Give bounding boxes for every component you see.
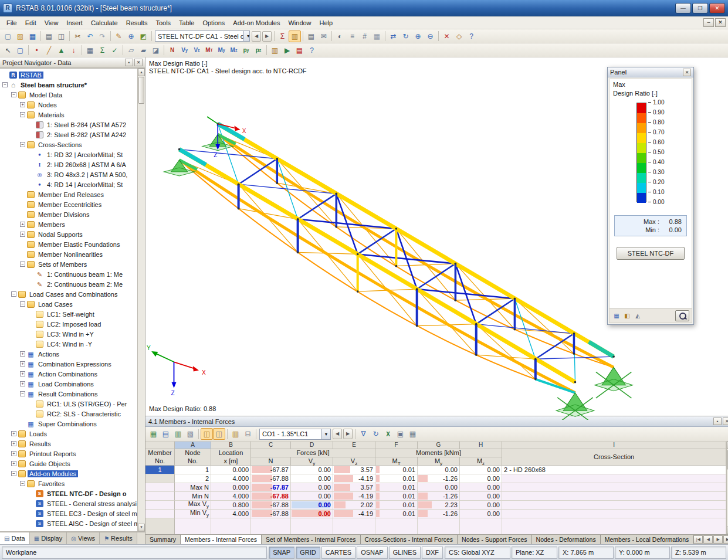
table-cell[interactable]: -4.19 (333, 492, 375, 501)
show-results-icon[interactable]: Σ (276, 30, 289, 42)
tree-item-steel-ntc-df-design-o[interactable]: STEEL NTC-DF - Design o (0, 488, 137, 498)
table-cell[interactable]: 0.01 (375, 474, 418, 483)
status-toggle-cartes[interactable]: CARTES (321, 547, 355, 559)
table-cell[interactable]: 0.01 (375, 510, 418, 518)
tree-expander-icon[interactable]: + (11, 451, 16, 456)
status-toggle-dxf[interactable]: DXF (422, 547, 443, 559)
menu-tools[interactable]: Tools (151, 18, 175, 28)
new-icon[interactable]: ▢ (2, 30, 14, 42)
table-cell[interactable]: 0.00 (291, 483, 333, 492)
tree-item-member-eccentricities[interactable]: Member Eccentricities (0, 199, 137, 209)
tree-item-actions[interactable]: +Actions (0, 349, 137, 359)
table-cell[interactable]: 0.01 (375, 501, 418, 510)
table-cell[interactable]: Max N (175, 483, 211, 492)
color-scale-icon[interactable]: ▥ (269, 45, 281, 56)
units-icon[interactable]: ⊟ (242, 428, 254, 440)
print-graphic-icon[interactable]: ▤ (305, 30, 317, 42)
table-cell[interactable]: 4.000 (211, 510, 251, 518)
table-filter-icon[interactable]: ▥ (172, 428, 184, 440)
menu-table[interactable]: Table (175, 18, 198, 28)
restore-button[interactable]: ❐ (692, 3, 708, 13)
tree-item-steel-beam-structure[interactable]: −Steel beam structure* (0, 80, 137, 90)
sheet-tab-nodes-support-forces[interactable]: Nodes - Support Forces (458, 535, 531, 544)
wireframe-icon[interactable]: ▱ (125, 45, 137, 56)
row-header[interactable] (145, 501, 175, 510)
table-cell[interactable]: -67.87 (251, 483, 291, 492)
tree-item-load-combinations[interactable]: +Load Combinations (0, 379, 137, 389)
tree-item-results[interactable]: +Results (0, 439, 137, 449)
result-n-icon[interactable]: N (166, 45, 178, 56)
table-cell[interactable]: -67.88 (251, 474, 291, 483)
delete-results-icon[interactable]: ✕ (441, 30, 453, 42)
table-settings-icon[interactable]: ▦ (147, 428, 160, 440)
panel-tab-factors-icon[interactable]: ◧ (622, 311, 632, 321)
tree-item-model-data[interactable]: −Model Data (0, 90, 137, 100)
panel-toggle-icon[interactable]: ▥ (289, 30, 301, 42)
tree-item-lc2-imposed-load[interactable]: LC2: Imposed load (0, 319, 137, 329)
tree-expander-icon[interactable]: − (20, 301, 25, 307)
tree-expander-icon[interactable]: + (20, 232, 25, 237)
tree-item-sets-of-members[interactable]: −Sets of Members (0, 259, 137, 269)
tree-expander-icon[interactable]: − (20, 142, 25, 147)
tree-item-rc1-uls-str-geo-per[interactable]: RC1: ULS (STR/GEO) - Per (0, 399, 137, 409)
help-icon[interactable]: ? (465, 30, 478, 42)
panel-close-icon[interactable]: ✕ (683, 69, 691, 76)
menu-edit[interactable]: Edit (21, 18, 40, 28)
tree-expander-icon[interactable]: − (20, 481, 25, 486)
tree-expander-icon[interactable]: + (11, 431, 16, 436)
table-cell[interactable]: 0.00 (460, 510, 502, 518)
table-rows-icon[interactable]: ▤ (160, 428, 172, 440)
column-letter-f[interactable]: F (375, 442, 418, 449)
navigator-tab-views[interactable]: ◎Views (67, 532, 100, 544)
design-case-combo[interactable]: STEEL NTC-DF CA1 - Steel c ▼ (155, 30, 250, 42)
table-cell[interactable]: 0.800 (211, 501, 251, 510)
table-row[interactable]: Min N4.000-67.880.00-4.190.01-1.260.00 (145, 492, 726, 501)
table-cell[interactable]: -1.26 (418, 510, 460, 518)
calculate-icon[interactable]: Σ (96, 45, 109, 56)
column-letter-a[interactable]: A (175, 442, 211, 449)
tree-scrollbar[interactable]: ▲ ▼ (137, 69, 145, 531)
navigator-tab-display[interactable]: ▦Display (30, 532, 67, 544)
zoom-in-icon[interactable]: ⊕ (412, 30, 424, 42)
previous-case-button[interactable]: ◀ (252, 31, 261, 42)
model-viewport[interactable]: X Z Y X Z Max (145, 57, 728, 416)
tree-item-lc1-self-weight[interactable]: LC1: Self-weight (0, 309, 137, 319)
filter-members-icon[interactable]: ∇ (357, 428, 370, 440)
sheet-tab-members-local-deformations[interactable]: Members - Local Deformations (601, 535, 694, 544)
result-mz-icon[interactable]: Mz (228, 45, 240, 56)
table-cell[interactable] (502, 510, 726, 518)
sheet-tab-summary[interactable]: Summary (145, 535, 181, 544)
tree-item-load-cases-and-combinations[interactable]: −Load Cases and Combinations (0, 289, 137, 299)
tree-expander-icon[interactable]: + (20, 361, 25, 366)
table-cell[interactable]: 0.01 (375, 483, 418, 492)
tree-item-printout-reports[interactable]: +Printout Reports (0, 449, 137, 459)
tree-expander-icon[interactable]: + (11, 461, 16, 466)
tree-item-lc4-wind-in-y[interactable]: LC4: Wind in -Y (0, 339, 137, 349)
tree-item-4-rd-14-arcelormittal-st[interactable]: 4: RD 14 | ArcelorMittal; St (0, 179, 137, 189)
column-letter-i[interactable]: I (502, 442, 726, 449)
tree-expander-icon[interactable]: + (20, 381, 25, 386)
tree-expander-icon[interactable]: − (11, 471, 16, 476)
table-cell[interactable]: 0.00 (291, 492, 333, 501)
table-cell[interactable]: 0.00 (418, 466, 460, 474)
table-cell[interactable]: 2.23 (418, 501, 460, 510)
rotate-model-icon[interactable]: ↻ (399, 30, 412, 42)
zoom-select-icon[interactable]: ⊕ (125, 30, 137, 42)
table-cell[interactable]: 0.000 (211, 466, 251, 474)
colored-relation-icon[interactable]: ▥ (229, 428, 242, 440)
menu-calculate[interactable]: Calculate (87, 18, 122, 28)
save-icon[interactable]: ▦ (26, 30, 39, 42)
column-letter-e[interactable]: E (333, 442, 375, 449)
menu-add-on-modules[interactable]: Add-on Modules (229, 18, 284, 28)
table-cell[interactable]: -67.87 (251, 466, 291, 474)
tree-expander-icon[interactable]: − (20, 112, 25, 117)
sheet-tab-members-internal-forces[interactable]: Members - Internal Forces (181, 535, 262, 544)
render-icon[interactable]: ◩ (137, 30, 150, 42)
combo-dropdown-icon[interactable]: ▼ (243, 31, 250, 41)
table-cell[interactable]: -4.19 (333, 510, 375, 518)
status-toggle-glines[interactable]: GLINES (389, 547, 421, 559)
table-cell[interactable]: -67.88 (251, 510, 291, 518)
tree-expander-icon[interactable]: − (2, 82, 8, 87)
result-vz-icon[interactable]: Vz (191, 45, 203, 56)
table-cell[interactable]: 3.57 (333, 483, 375, 492)
